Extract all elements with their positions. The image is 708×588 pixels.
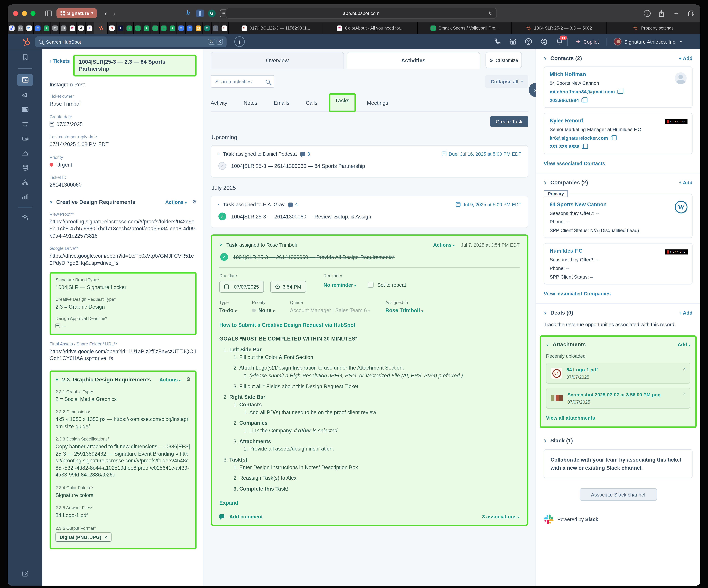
copilot-rail-icon[interactable]	[21, 213, 29, 223]
graphic-type-value[interactable]: 2 = Social Media Graphics	[56, 396, 190, 403]
minimize-window-button[interactable]	[22, 11, 27, 16]
complete-task-checkbox[interactable]: ✓	[218, 212, 226, 220]
contact-phone[interactable]: 231-838-6886	[550, 144, 687, 149]
contact-card[interactable]: SIGNATURE Kylee Renouf Senior Marketing …	[544, 113, 692, 154]
browser-favicon-tab[interactable]: f	[116, 22, 125, 34]
artwork-files-value[interactable]: 84 Logo-1 pdf	[56, 512, 190, 519]
copy-icon[interactable]	[618, 89, 621, 93]
tab-overview[interactable]: Overview	[211, 52, 344, 69]
task-title[interactable]: 1004|SLR|25-3 — 26141300060 — 84 Sports …	[231, 163, 365, 169]
chevron-down-icon[interactable]: ∨	[544, 311, 547, 315]
sidebar-toggle-icon[interactable]	[43, 9, 53, 18]
browser-favicon-tab[interactable]: +	[142, 22, 151, 34]
contact-name[interactable]: Mitch Hoffman	[550, 71, 687, 77]
calls-icon[interactable]	[494, 38, 501, 46]
set-to-repeat[interactable]: Set to repeat	[368, 282, 406, 288]
attachment-name[interactable]: Screenshot 2025-07-07 at 3.56.00 PM.png	[567, 392, 660, 398]
repeat-checkbox[interactable]	[368, 282, 374, 288]
expand-sidebar-button[interactable]: »	[529, 83, 536, 97]
help-icon[interactable]	[525, 38, 532, 46]
browser-tab-4[interactable]: 1004|SLR|25-2 — 3.3 — 5002	[512, 22, 606, 34]
howto-link[interactable]: How to Submit a Creative Design Request …	[219, 322, 520, 328]
tab-activity[interactable]: Activity	[211, 97, 227, 111]
chevron-right-icon[interactable]: ›	[217, 152, 219, 156]
contact-card[interactable]: Mitch Hoffman 84 Sports New Cannon mitch…	[544, 66, 692, 108]
downloads-icon[interactable]: ↓	[644, 10, 651, 17]
browser-favicon-tab[interactable]: ≡	[177, 22, 186, 34]
associations-dropdown[interactable]: 3 associations ▾	[482, 513, 520, 519]
customize-button[interactable]: ⚙ Customize	[485, 52, 522, 68]
browser-favicon-tab[interactable]: +	[42, 22, 51, 34]
comment-count[interactable]: 4	[295, 202, 298, 207]
add-attachment-button[interactable]: Add ▾	[677, 342, 690, 348]
chevron-down-icon[interactable]: ∨	[544, 180, 547, 185]
bookmarks-icon[interactable]	[21, 54, 29, 63]
commerce-icon[interactable]	[21, 135, 29, 144]
browser-favicon-tab[interactable]: ✳	[86, 22, 94, 34]
chevron-down-icon[interactable]: ∨	[546, 342, 549, 347]
contact-phone[interactable]: 203.966.1984	[550, 97, 687, 103]
task-due-date[interactable]: Jul 9, 2025 at 5:00 PM EDT	[456, 202, 522, 207]
attachment-item[interactable]: Screenshot 2025-07-07 at 3.56.00 PM.png …	[546, 388, 690, 408]
extension-blue-icon[interactable]: ∥	[196, 9, 204, 17]
task-card-expanded[interactable]: ∨ Task assigned to Rose Trimboli Actions…	[211, 234, 528, 526]
add-contact-button[interactable]: + Add	[679, 56, 692, 61]
email-icon[interactable]	[21, 106, 29, 115]
add-comment-link[interactable]: Add comment	[229, 513, 263, 519]
browser-favicon-tab[interactable]: G	[60, 22, 68, 34]
design-specs-value[interactable]: Copy banner attached to fit new dimensio…	[56, 443, 190, 479]
comment-count[interactable]: 3	[307, 151, 310, 156]
request-type-value[interactable]: 2.3 = Graphic Design	[56, 303, 190, 311]
chevron-right-icon[interactable]: ›	[217, 202, 219, 207]
copilot-button[interactable]: Copilot	[575, 39, 599, 45]
chevron-down-icon[interactable]: ∨	[544, 56, 547, 61]
company-card[interactable]: Primary W 84 Sports New Cannon Seasons t…	[544, 194, 692, 238]
browser-favicon-tab[interactable]: G	[51, 22, 60, 34]
quick-create-button[interactable]: +	[234, 36, 245, 47]
grammarly-icon[interactable]: G	[208, 9, 216, 17]
queue-select[interactable]: Account Manager | Sales Team 6 ▾	[290, 307, 370, 313]
browser-favicon-tab[interactable]: S	[220, 22, 229, 34]
chevron-down-icon[interactable]: ∨	[56, 377, 59, 382]
task-card-completed[interactable]: › Task assigned to E.A. Gray 4 Jul 9, 20…	[211, 196, 528, 228]
browser-favicon-tab[interactable]: ≡	[186, 22, 194, 34]
extension-icons[interactable]: h ∥ G ≡	[184, 9, 228, 17]
automation-icon[interactable]	[21, 178, 29, 188]
comment-icon[interactable]	[300, 152, 305, 156]
copy-icon[interactable]	[582, 144, 586, 149]
view-associated-companies-link[interactable]: View associated Companies	[544, 291, 692, 296]
marketing-icon[interactable]	[21, 91, 29, 100]
browser-favicon-tab[interactable]	[94, 22, 108, 34]
browser-favicon-tab[interactable]: S	[108, 22, 116, 34]
brand-type-value[interactable]: 1004|SLR — Signature Locker	[56, 284, 190, 291]
browser-favicon-tab[interactable]: F	[212, 22, 220, 34]
browser-favicon-tab[interactable]: ✿	[68, 22, 77, 34]
favicon-tab-strip[interactable]: ▞G31≡+GG✿#✳Sf++++++≡≡▢GFS	[8, 22, 229, 34]
comment-icon[interactable]	[288, 202, 293, 206]
priority-select[interactable]: None ▾	[252, 307, 274, 313]
browser-favicon-tab[interactable]: G	[17, 22, 25, 34]
hubspot-logo[interactable]	[22, 37, 31, 46]
company-name[interactable]: 84 Sports New Cannon	[550, 202, 687, 207]
search-activities-input[interactable]: Search activities	[211, 75, 274, 88]
due-date-input[interactable]: 07/07/2025	[219, 281, 264, 293]
final-assets-value[interactable]: https://drive.google.com/open?id=1U1aPIz…	[50, 348, 197, 362]
browser-favicon-tab[interactable]: #	[77, 22, 86, 34]
settings-icon[interactable]	[540, 38, 548, 46]
browser-tab-1[interactable]: S 0179|BCL|22-3 — 115629061...	[229, 22, 323, 34]
cdr-settings-icon[interactable]: ⚙	[192, 199, 197, 205]
browser-favicon-tab[interactable]: +	[160, 22, 168, 34]
browser-favicon-tab[interactable]: ▢	[194, 22, 203, 34]
copy-icon[interactable]	[611, 136, 614, 140]
browser-favicon-tab[interactable]: G	[203, 22, 212, 34]
browser-tab-3[interactable]: + Smack Sports / Volleyball Pro...	[418, 22, 512, 34]
complete-task-checkbox[interactable]: ✓	[220, 253, 228, 261]
sales-icon[interactable]	[21, 120, 29, 130]
share-icon[interactable]	[656, 9, 666, 18]
tab-activities[interactable]: Activities	[347, 52, 480, 69]
create-task-button[interactable]: Create Task	[490, 116, 528, 127]
tab-meetings[interactable]: Meetings	[367, 97, 388, 111]
add-company-button[interactable]: + Add	[679, 180, 692, 185]
chevron-down-icon[interactable]: ∨	[50, 200, 53, 204]
tab-tasks-highlight[interactable]: Tasks	[329, 93, 356, 112]
